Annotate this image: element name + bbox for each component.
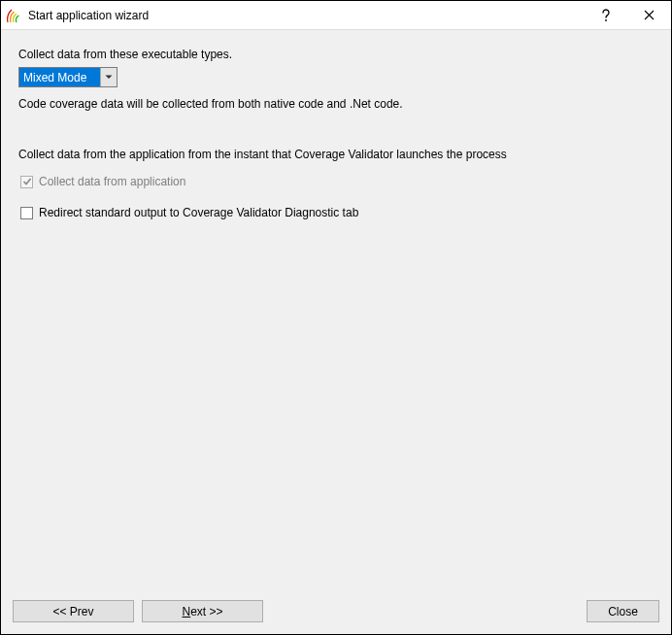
svg-point-0 <box>605 19 607 21</box>
prev-button[interactable]: << Prev <box>13 600 134 622</box>
app-icon <box>7 8 22 23</box>
titlebar-buttons <box>584 1 671 29</box>
redirect-output-checkbox[interactable] <box>20 207 33 219</box>
redirect-output-checkbox-label: Redirect standard output to Coverage Val… <box>39 206 358 219</box>
collect-data-checkbox <box>20 176 33 188</box>
executable-types-label: Collect data from these executable types… <box>18 48 654 61</box>
collect-data-checkbox-row: Collect data from application <box>18 175 654 188</box>
close-button[interactable]: Close <box>587 600 659 622</box>
chevron-down-icon <box>100 68 117 86</box>
collect-data-checkbox-label: Collect data from application <box>39 175 185 188</box>
help-button[interactable] <box>584 1 627 29</box>
window-title: Start application wizard <box>28 9 584 22</box>
executable-types-dropdown[interactable]: Mixed Mode <box>18 67 118 87</box>
titlebar: Start application wizard <box>1 1 671 30</box>
dropdown-selected-value: Mixed Mode <box>19 68 100 86</box>
redirect-output-checkbox-row: Redirect standard output to Coverage Val… <box>18 206 654 219</box>
close-window-button[interactable] <box>627 1 671 29</box>
content-area: Collect data from these executable types… <box>1 30 671 634</box>
next-button[interactable]: Next >> <box>142 600 263 622</box>
button-bar: << Prev Next >> Close <box>13 600 659 622</box>
collect-data-section-label: Collect data from the application from t… <box>18 148 654 161</box>
executable-types-description: Code coverage data will be collected fro… <box>18 97 654 111</box>
